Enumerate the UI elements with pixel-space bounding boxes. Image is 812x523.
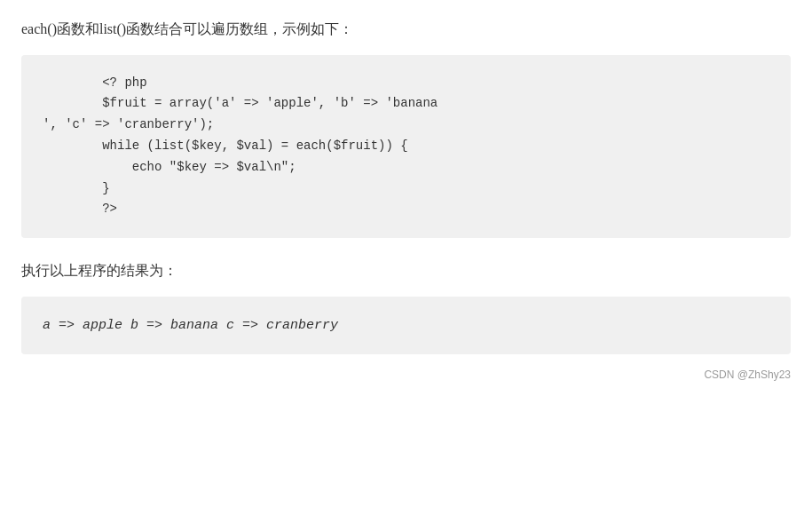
- intro-text: each()函数和list()函数结合可以遍历数组，示例如下：: [21, 18, 791, 41]
- result-label: 执行以上程序的结果为：: [21, 259, 791, 282]
- watermark: CSDN @ZhShy23: [21, 368, 791, 381]
- code-block: <? php $fruit = array('a' => 'apple', 'b…: [21, 55, 791, 239]
- result-block: a => apple b => banana c => cranberry: [21, 297, 791, 355]
